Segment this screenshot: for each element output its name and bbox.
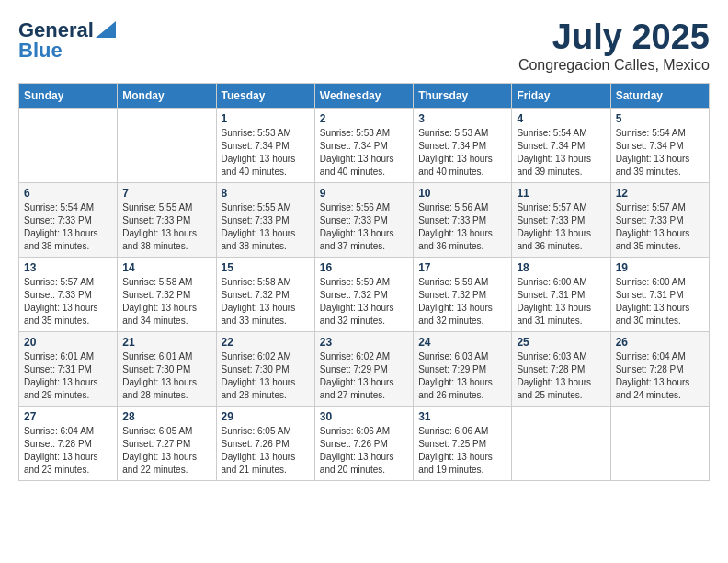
daylight-text: Daylight: 13 hours and 35 minutes. xyxy=(24,302,112,327)
day-cell-5: 5Sunrise: 5:54 AMSunset: 7:34 PMDaylight… xyxy=(610,108,709,182)
day-number: 18 xyxy=(517,261,605,274)
day-cell-3: 3Sunrise: 5:53 AMSunset: 7:34 PMDaylight… xyxy=(414,108,512,182)
sunrise-text: Sunrise: 6:05 AM xyxy=(122,425,210,438)
day-number: 25 xyxy=(517,336,605,349)
daylight-text: Daylight: 13 hours and 40 minutes. xyxy=(222,153,310,178)
day-cell-14: 14Sunrise: 5:58 AMSunset: 7:32 PMDayligh… xyxy=(118,257,216,331)
daylight-text: Daylight: 13 hours and 36 minutes. xyxy=(517,227,605,253)
daylight-text: Daylight: 13 hours and 40 minutes. xyxy=(418,153,506,178)
weekday-header-friday: Friday xyxy=(512,83,610,108)
sunset-text: Sunset: 7:33 PM xyxy=(122,214,210,227)
daylight-text: Daylight: 13 hours and 30 minutes. xyxy=(616,302,704,327)
sunrise-text: Sunrise: 6:03 AM xyxy=(418,350,506,363)
weekday-header-saturday: Saturday xyxy=(610,83,709,108)
sunset-text: Sunset: 7:26 PM xyxy=(222,438,310,451)
sunset-text: Sunset: 7:32 PM xyxy=(418,289,506,302)
sunset-text: Sunset: 7:32 PM xyxy=(122,289,210,302)
sunset-text: Sunset: 7:26 PM xyxy=(320,438,408,451)
day-cell-30: 30Sunrise: 6:06 AMSunset: 7:26 PMDayligh… xyxy=(314,406,413,480)
calendar-title: July 2025 xyxy=(518,18,710,57)
sunrise-text: Sunrise: 6:01 AM xyxy=(122,350,210,363)
sunset-text: Sunset: 7:32 PM xyxy=(320,289,408,302)
daylight-text: Daylight: 13 hours and 31 minutes. xyxy=(517,302,605,327)
sunrise-text: Sunrise: 6:03 AM xyxy=(517,350,605,363)
day-info: Sunrise: 5:53 AMSunset: 7:34 PMDaylight:… xyxy=(222,127,310,178)
day-cell-2: 2Sunrise: 5:53 AMSunset: 7:34 PMDaylight… xyxy=(314,108,413,182)
day-number: 7 xyxy=(122,187,210,200)
day-cell-31: 31Sunrise: 6:06 AMSunset: 7:25 PMDayligh… xyxy=(414,406,512,480)
daylight-text: Daylight: 13 hours and 32 minutes. xyxy=(320,302,408,327)
sunset-text: Sunset: 7:25 PM xyxy=(418,438,506,451)
day-number: 27 xyxy=(24,410,112,423)
day-info: Sunrise: 5:54 AMSunset: 7:34 PMDaylight:… xyxy=(517,127,605,178)
day-number: 15 xyxy=(222,261,310,274)
day-number: 20 xyxy=(24,336,112,349)
day-number: 19 xyxy=(616,261,704,274)
daylight-text: Daylight: 13 hours and 28 minutes. xyxy=(222,376,310,402)
weekday-header-sunday: Sunday xyxy=(19,83,118,108)
day-info: Sunrise: 5:58 AMSunset: 7:32 PMDaylight:… xyxy=(222,276,310,327)
sunset-text: Sunset: 7:33 PM xyxy=(418,214,506,227)
sunset-text: Sunset: 7:32 PM xyxy=(222,289,310,302)
day-cell-18: 18Sunrise: 6:00 AMSunset: 7:31 PMDayligh… xyxy=(512,257,610,331)
sunset-text: Sunset: 7:31 PM xyxy=(24,363,112,376)
title-section: July 2025 Congregacion Calles, Mexico xyxy=(518,18,710,74)
day-number: 28 xyxy=(122,410,210,423)
weekday-header-row: SundayMondayTuesdayWednesdayThursdayFrid… xyxy=(19,83,710,108)
day-cell-10: 10Sunrise: 5:56 AMSunset: 7:33 PMDayligh… xyxy=(414,182,512,257)
day-cell-25: 25Sunrise: 6:03 AMSunset: 7:28 PMDayligh… xyxy=(512,331,610,406)
day-number: 22 xyxy=(222,336,310,349)
day-number: 10 xyxy=(418,187,506,200)
daylight-text: Daylight: 13 hours and 32 minutes. xyxy=(418,302,506,327)
day-number: 11 xyxy=(517,187,605,200)
sunrise-text: Sunrise: 6:02 AM xyxy=(320,350,408,363)
day-number: 5 xyxy=(616,112,704,125)
daylight-text: Daylight: 13 hours and 40 minutes. xyxy=(320,153,408,178)
sunset-text: Sunset: 7:33 PM xyxy=(320,214,408,227)
sunrise-text: Sunrise: 6:00 AM xyxy=(517,276,605,289)
day-info: Sunrise: 5:57 AMSunset: 7:33 PMDaylight:… xyxy=(616,201,704,253)
empty-cell xyxy=(512,406,610,480)
day-cell-17: 17Sunrise: 5:59 AMSunset: 7:32 PMDayligh… xyxy=(414,257,512,331)
day-cell-12: 12Sunrise: 5:57 AMSunset: 7:33 PMDayligh… xyxy=(610,182,709,257)
week-row-4: 20Sunrise: 6:01 AMSunset: 7:31 PMDayligh… xyxy=(19,331,710,406)
sunrise-text: Sunrise: 5:55 AM xyxy=(222,201,310,214)
sunrise-text: Sunrise: 5:58 AM xyxy=(222,276,310,289)
day-cell-9: 9Sunrise: 5:56 AMSunset: 7:33 PMDaylight… xyxy=(314,182,413,257)
day-cell-8: 8Sunrise: 5:55 AMSunset: 7:33 PMDaylight… xyxy=(216,182,314,257)
sunrise-text: Sunrise: 5:53 AM xyxy=(418,127,506,140)
day-number: 24 xyxy=(418,336,506,349)
day-info: Sunrise: 5:59 AMSunset: 7:32 PMDaylight:… xyxy=(418,276,506,327)
daylight-text: Daylight: 13 hours and 37 minutes. xyxy=(320,227,408,253)
empty-cell xyxy=(610,406,709,480)
day-info: Sunrise: 6:03 AMSunset: 7:28 PMDaylight:… xyxy=(517,350,605,402)
daylight-text: Daylight: 13 hours and 23 minutes. xyxy=(24,451,112,477)
sunrise-text: Sunrise: 5:54 AM xyxy=(24,201,112,214)
sunset-text: Sunset: 7:33 PM xyxy=(616,214,704,227)
day-info: Sunrise: 5:53 AMSunset: 7:34 PMDaylight:… xyxy=(418,127,506,178)
page-header: General Blue July 2025 Congregacion Call… xyxy=(18,18,710,74)
daylight-text: Daylight: 13 hours and 26 minutes. xyxy=(418,376,506,402)
logo-icon xyxy=(96,21,116,38)
sunrise-text: Sunrise: 6:04 AM xyxy=(24,425,112,438)
day-info: Sunrise: 6:06 AMSunset: 7:26 PMDaylight:… xyxy=(320,425,408,477)
sunset-text: Sunset: 7:31 PM xyxy=(616,289,704,302)
daylight-text: Daylight: 13 hours and 34 minutes. xyxy=(122,302,210,327)
sunset-text: Sunset: 7:33 PM xyxy=(24,214,112,227)
sunrise-text: Sunrise: 5:56 AM xyxy=(418,201,506,214)
day-info: Sunrise: 5:53 AMSunset: 7:34 PMDaylight:… xyxy=(320,127,408,178)
logo: General Blue xyxy=(18,18,116,63)
daylight-text: Daylight: 13 hours and 24 minutes. xyxy=(616,376,704,402)
week-row-5: 27Sunrise: 6:04 AMSunset: 7:28 PMDayligh… xyxy=(19,406,710,480)
sunrise-text: Sunrise: 6:00 AM xyxy=(616,276,704,289)
sunset-text: Sunset: 7:29 PM xyxy=(320,363,408,376)
sunset-text: Sunset: 7:31 PM xyxy=(517,289,605,302)
day-number: 3 xyxy=(418,112,506,125)
sunrise-text: Sunrise: 6:04 AM xyxy=(616,350,704,363)
sunset-text: Sunset: 7:29 PM xyxy=(418,363,506,376)
day-cell-4: 4Sunrise: 5:54 AMSunset: 7:34 PMDaylight… xyxy=(512,108,610,182)
week-row-2: 6Sunrise: 5:54 AMSunset: 7:33 PMDaylight… xyxy=(19,182,710,257)
day-info: Sunrise: 6:02 AMSunset: 7:29 PMDaylight:… xyxy=(320,350,408,402)
sunset-text: Sunset: 7:33 PM xyxy=(24,289,112,302)
day-info: Sunrise: 5:55 AMSunset: 7:33 PMDaylight:… xyxy=(222,201,310,253)
